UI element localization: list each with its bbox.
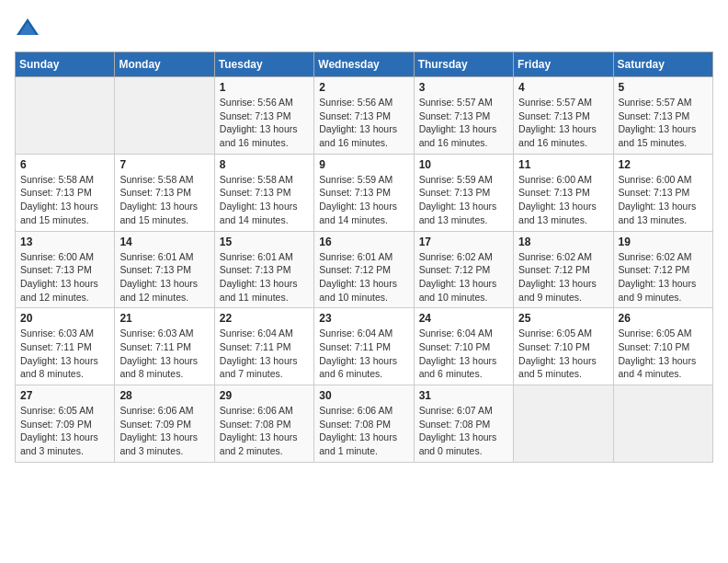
calendar-cell: 10Sunrise: 5:59 AM Sunset: 7:13 PM Dayli… xyxy=(414,154,513,231)
calendar-cell: 2Sunrise: 5:56 AM Sunset: 7:13 PM Daylig… xyxy=(314,77,414,155)
day-detail: Sunrise: 5:57 AM Sunset: 7:13 PM Dayligh… xyxy=(419,96,508,150)
calendar-cell xyxy=(613,385,712,463)
day-number: 10 xyxy=(419,158,508,171)
calendar-cell: 22Sunrise: 6:04 AM Sunset: 7:11 PM Dayli… xyxy=(214,308,313,385)
calendar-cell: 24Sunrise: 6:04 AM Sunset: 7:10 PM Dayli… xyxy=(414,308,513,385)
calendar-week-row: 6Sunrise: 5:58 AM Sunset: 7:13 PM Daylig… xyxy=(16,154,713,231)
calendar-cell: 14Sunrise: 6:01 AM Sunset: 7:13 PM Dayli… xyxy=(115,231,214,308)
day-detail: Sunrise: 6:00 AM Sunset: 7:13 PM Dayligh… xyxy=(20,250,109,304)
day-detail: Sunrise: 6:01 AM Sunset: 7:13 PM Dayligh… xyxy=(119,250,209,304)
calendar-cell: 11Sunrise: 6:00 AM Sunset: 7:13 PM Dayli… xyxy=(514,154,613,231)
calendar-cell: 7Sunrise: 5:58 AM Sunset: 7:13 PM Daylig… xyxy=(115,154,214,231)
day-detail: Sunrise: 6:05 AM Sunset: 7:10 PM Dayligh… xyxy=(619,327,708,381)
day-number: 22 xyxy=(220,312,309,325)
calendar-cell: 8Sunrise: 5:58 AM Sunset: 7:13 PM Daylig… xyxy=(214,154,313,231)
calendar-cell: 26Sunrise: 6:05 AM Sunset: 7:10 PM Dayli… xyxy=(613,308,712,385)
day-of-week-header: Wednesday xyxy=(314,52,414,77)
calendar-cell: 19Sunrise: 6:02 AM Sunset: 7:12 PM Dayli… xyxy=(613,231,712,308)
day-number: 11 xyxy=(518,158,608,171)
calendar-cell: 1Sunrise: 5:56 AM Sunset: 7:13 PM Daylig… xyxy=(214,77,313,155)
day-of-week-header: Thursday xyxy=(414,52,513,77)
day-detail: Sunrise: 6:05 AM Sunset: 7:10 PM Dayligh… xyxy=(518,327,608,381)
calendar-cell xyxy=(16,77,115,155)
day-of-week-header: Sunday xyxy=(16,52,115,77)
day-detail: Sunrise: 6:05 AM Sunset: 7:09 PM Dayligh… xyxy=(20,404,109,458)
day-number: 1 xyxy=(220,81,309,94)
day-number: 25 xyxy=(518,312,608,325)
calendar-cell: 16Sunrise: 6:01 AM Sunset: 7:12 PM Dayli… xyxy=(314,231,414,308)
day-number: 28 xyxy=(119,389,209,402)
calendar-cell: 17Sunrise: 6:02 AM Sunset: 7:12 PM Dayli… xyxy=(414,231,513,308)
day-detail: Sunrise: 5:58 AM Sunset: 7:13 PM Dayligh… xyxy=(20,173,109,227)
day-number: 2 xyxy=(319,81,408,94)
calendar-week-row: 20Sunrise: 6:03 AM Sunset: 7:11 PM Dayli… xyxy=(16,308,713,385)
day-number: 27 xyxy=(20,389,109,402)
day-detail: Sunrise: 5:56 AM Sunset: 7:13 PM Dayligh… xyxy=(319,96,408,150)
day-number: 12 xyxy=(619,158,708,171)
day-number: 30 xyxy=(319,389,408,402)
calendar-cell: 30Sunrise: 6:06 AM Sunset: 7:08 PM Dayli… xyxy=(314,385,414,463)
day-of-week-header: Saturday xyxy=(613,52,712,77)
day-detail: Sunrise: 6:03 AM Sunset: 7:11 PM Dayligh… xyxy=(119,327,209,381)
calendar-week-row: 13Sunrise: 6:00 AM Sunset: 7:13 PM Dayli… xyxy=(16,231,713,308)
calendar-cell: 12Sunrise: 6:00 AM Sunset: 7:13 PM Dayli… xyxy=(613,154,712,231)
day-detail: Sunrise: 6:03 AM Sunset: 7:11 PM Dayligh… xyxy=(20,327,109,381)
day-detail: Sunrise: 6:06 AM Sunset: 7:09 PM Dayligh… xyxy=(119,404,209,458)
day-detail: Sunrise: 5:58 AM Sunset: 7:13 PM Dayligh… xyxy=(220,173,309,227)
day-number: 24 xyxy=(419,312,508,325)
day-detail: Sunrise: 6:02 AM Sunset: 7:12 PM Dayligh… xyxy=(419,250,508,304)
day-number: 7 xyxy=(119,158,209,171)
day-number: 5 xyxy=(619,81,708,94)
day-detail: Sunrise: 6:06 AM Sunset: 7:08 PM Dayligh… xyxy=(220,404,309,458)
calendar-cell: 23Sunrise: 6:04 AM Sunset: 7:11 PM Dayli… xyxy=(314,308,414,385)
day-number: 29 xyxy=(220,389,309,402)
day-number: 16 xyxy=(319,236,408,248)
calendar-cell xyxy=(514,385,613,463)
day-detail: Sunrise: 6:02 AM Sunset: 7:12 PM Dayligh… xyxy=(619,250,708,304)
calendar-cell: 18Sunrise: 6:02 AM Sunset: 7:12 PM Dayli… xyxy=(514,231,613,308)
calendar-table: SundayMondayTuesdayWednesdayThursdayFrid… xyxy=(15,52,713,463)
day-number: 8 xyxy=(220,158,309,171)
day-of-week-header: Monday xyxy=(115,52,214,77)
calendar-cell xyxy=(115,77,214,155)
day-detail: Sunrise: 5:57 AM Sunset: 7:13 PM Dayligh… xyxy=(619,96,708,150)
day-number: 26 xyxy=(619,312,708,325)
calendar-cell: 9Sunrise: 5:59 AM Sunset: 7:13 PM Daylig… xyxy=(314,154,414,231)
day-detail: Sunrise: 5:59 AM Sunset: 7:13 PM Dayligh… xyxy=(319,173,408,227)
day-number: 21 xyxy=(119,312,209,325)
day-number: 13 xyxy=(20,236,109,248)
day-detail: Sunrise: 5:58 AM Sunset: 7:13 PM Dayligh… xyxy=(119,173,209,227)
day-detail: Sunrise: 6:04 AM Sunset: 7:11 PM Dayligh… xyxy=(319,327,408,381)
calendar-cell: 25Sunrise: 6:05 AM Sunset: 7:10 PM Dayli… xyxy=(514,308,613,385)
day-detail: Sunrise: 6:02 AM Sunset: 7:12 PM Dayligh… xyxy=(518,250,608,304)
day-detail: Sunrise: 6:06 AM Sunset: 7:08 PM Dayligh… xyxy=(319,404,408,458)
calendar-cell: 15Sunrise: 6:01 AM Sunset: 7:13 PM Dayli… xyxy=(214,231,313,308)
day-of-week-header: Tuesday xyxy=(214,52,313,77)
day-detail: Sunrise: 6:00 AM Sunset: 7:13 PM Dayligh… xyxy=(518,173,608,227)
day-number: 9 xyxy=(319,158,408,171)
calendar-cell: 21Sunrise: 6:03 AM Sunset: 7:11 PM Dayli… xyxy=(115,308,214,385)
calendar-cell: 29Sunrise: 6:06 AM Sunset: 7:08 PM Dayli… xyxy=(214,385,313,463)
day-number: 14 xyxy=(119,236,209,248)
day-number: 3 xyxy=(419,81,508,94)
day-number: 20 xyxy=(20,312,109,325)
calendar-cell: 13Sunrise: 6:00 AM Sunset: 7:13 PM Dayli… xyxy=(16,231,115,308)
day-detail: Sunrise: 5:56 AM Sunset: 7:13 PM Dayligh… xyxy=(220,96,309,150)
day-detail: Sunrise: 6:04 AM Sunset: 7:10 PM Dayligh… xyxy=(419,327,508,381)
day-number: 17 xyxy=(419,236,508,248)
day-detail: Sunrise: 6:04 AM Sunset: 7:11 PM Dayligh… xyxy=(220,327,309,381)
day-number: 15 xyxy=(220,236,309,248)
calendar-cell: 31Sunrise: 6:07 AM Sunset: 7:08 PM Dayli… xyxy=(414,385,513,463)
page-header xyxy=(15,15,713,40)
day-number: 4 xyxy=(518,81,608,94)
calendar-cell: 4Sunrise: 5:57 AM Sunset: 7:13 PM Daylig… xyxy=(514,77,613,155)
calendar-cell: 6Sunrise: 5:58 AM Sunset: 7:13 PM Daylig… xyxy=(16,154,115,231)
calendar-week-row: 1Sunrise: 5:56 AM Sunset: 7:13 PM Daylig… xyxy=(16,77,713,155)
calendar-cell: 27Sunrise: 6:05 AM Sunset: 7:09 PM Dayli… xyxy=(16,385,115,463)
logo-icon xyxy=(15,15,40,40)
day-detail: Sunrise: 6:07 AM Sunset: 7:08 PM Dayligh… xyxy=(419,404,508,458)
day-detail: Sunrise: 6:00 AM Sunset: 7:13 PM Dayligh… xyxy=(619,173,708,227)
day-number: 31 xyxy=(419,389,508,402)
calendar-cell: 20Sunrise: 6:03 AM Sunset: 7:11 PM Dayli… xyxy=(16,308,115,385)
day-number: 6 xyxy=(20,158,109,171)
